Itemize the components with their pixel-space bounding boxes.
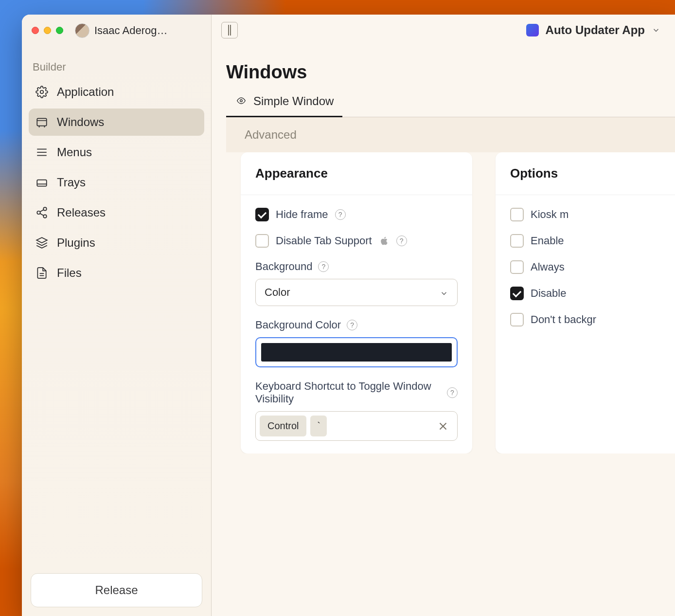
option-row-kiosk: Kiosk m [510, 208, 675, 221]
background-color-input[interactable] [255, 337, 458, 367]
help-icon[interactable]: ? [318, 261, 329, 272]
option-checkbox[interactable] [510, 313, 524, 326]
titlebar: Isaac Aderog… [22, 15, 211, 46]
option-row-dont: Don't t backgr [510, 313, 675, 326]
maximize-button[interactable] [56, 27, 63, 34]
background-color-field: Background Color ? [255, 319, 458, 367]
tabs: Simple Window [226, 94, 675, 117]
background-field: Background ? Color [255, 260, 458, 306]
sidebar: Isaac Aderog… Builder Application Window… [22, 15, 212, 616]
select-value: Color [265, 286, 290, 299]
svg-point-0 [40, 91, 44, 94]
sidebar-item-label: Windows [57, 115, 104, 129]
svg-point-18 [240, 100, 243, 102]
release-button[interactable]: Release [31, 573, 202, 607]
sidebar-item-releases[interactable]: Releases [29, 199, 204, 226]
disable-tab-row: Disable Tab Support ? [255, 234, 458, 248]
option-label: Disable [531, 287, 566, 300]
app-window: Isaac Aderog… Builder Application Window… [22, 15, 675, 616]
clear-shortcut-icon[interactable] [437, 420, 449, 433]
option-row-always: Always [510, 260, 675, 274]
option-row-enable: Enable [510, 234, 675, 248]
shortcut-input[interactable]: Control ` [255, 411, 458, 441]
sidebar-item-label: Application [57, 85, 114, 99]
disable-tab-checkbox[interactable] [255, 234, 269, 248]
gear-icon [36, 86, 48, 98]
color-swatch [261, 343, 452, 362]
svg-marker-15 [36, 237, 47, 243]
svg-line-14 [40, 210, 43, 212]
app-name: Auto Updater App [546, 23, 645, 37]
avatar[interactable] [75, 23, 89, 38]
background-label: Background [255, 260, 312, 273]
sidebar-item-label: Trays [57, 176, 86, 189]
option-label: Don't t backgr [531, 313, 596, 326]
shortcut-label: Keyboard Shortcut to Toggle Window Visib… [255, 380, 441, 405]
sidebar-item-label: Plugins [57, 236, 95, 250]
tab-label: Simple Window [253, 94, 334, 108]
help-icon[interactable]: ? [396, 236, 407, 246]
sidebar-nav: Application Windows Menus Trays [22, 78, 211, 287]
shortcut-key: ` [310, 416, 327, 436]
sidebar-item-windows[interactable]: Windows [29, 109, 204, 136]
user-name[interactable]: Isaac Aderog… [94, 24, 167, 37]
cards-row: Appearance Hide frame ? Disable Tab Supp… [226, 152, 675, 453]
layers-icon [36, 236, 48, 249]
hide-frame-row: Hide frame ? [255, 208, 458, 221]
help-icon[interactable]: ? [347, 320, 357, 330]
panel-toggle-icon[interactable] [221, 22, 238, 38]
option-label: Enable [531, 235, 564, 247]
sidebar-footer: Release [22, 564, 211, 616]
svg-rect-1 [37, 118, 47, 126]
shortcut-field: Keyboard Shortcut to Toggle Window Visib… [255, 380, 458, 441]
card-title: Options [496, 152, 675, 195]
share-icon [36, 206, 48, 219]
page-title: Windows [226, 62, 675, 94]
svg-rect-8 [37, 180, 47, 186]
svg-point-11 [37, 211, 40, 215]
chevron-down-icon [440, 288, 448, 297]
option-label: Always [531, 261, 565, 273]
sidebar-item-label: Menus [57, 145, 92, 159]
option-checkbox[interactable] [510, 208, 524, 221]
main-content: Auto Updater App Windows Simple Window A… [212, 15, 675, 616]
sidebar-item-trays[interactable]: Trays [29, 169, 204, 196]
window-icon [36, 116, 48, 128]
svg-point-10 [43, 207, 47, 211]
option-row-disable: Disable [510, 287, 675, 300]
disable-tab-label: Disable Tab Support [276, 235, 372, 247]
app-icon [526, 24, 539, 36]
sidebar-item-application[interactable]: Application [29, 78, 204, 106]
chevron-down-icon [652, 26, 660, 35]
hide-frame-checkbox[interactable] [255, 208, 269, 221]
option-checkbox[interactable] [510, 234, 524, 248]
card-title: Appearance [241, 152, 472, 195]
sidebar-item-plugins[interactable]: Plugins [29, 229, 204, 256]
apple-icon [379, 236, 390, 246]
sidebar-item-label: Files [57, 266, 82, 280]
help-icon[interactable]: ? [335, 209, 346, 220]
svg-point-12 [43, 215, 47, 218]
sidebar-item-files[interactable]: Files [29, 259, 204, 287]
help-icon[interactable]: ? [447, 387, 458, 398]
background-color-label: Background Color [255, 319, 341, 331]
close-button[interactable] [32, 27, 39, 34]
topbar: Auto Updater App [212, 15, 675, 46]
tray-icon [36, 176, 48, 189]
sidebar-section-label: Builder [22, 46, 211, 78]
section-header: Advanced [226, 117, 675, 152]
option-checkbox[interactable] [510, 287, 524, 300]
app-switcher[interactable]: Auto Updater App [521, 20, 665, 40]
appearance-card: Appearance Hide frame ? Disable Tab Supp… [241, 152, 472, 453]
window-controls [32, 27, 63, 34]
minimize-button[interactable] [44, 27, 51, 34]
option-checkbox[interactable] [510, 260, 524, 274]
svg-line-13 [40, 214, 43, 216]
tab-simple-window[interactable]: Simple Window [226, 94, 342, 117]
shortcut-key-modifier: Control [260, 416, 306, 436]
options-card: Options Kiosk m Enable Always [496, 152, 675, 453]
background-select[interactable]: Color [255, 279, 458, 306]
sidebar-item-menus[interactable]: Menus [29, 139, 204, 166]
file-icon [36, 267, 48, 279]
eye-icon [235, 94, 248, 108]
